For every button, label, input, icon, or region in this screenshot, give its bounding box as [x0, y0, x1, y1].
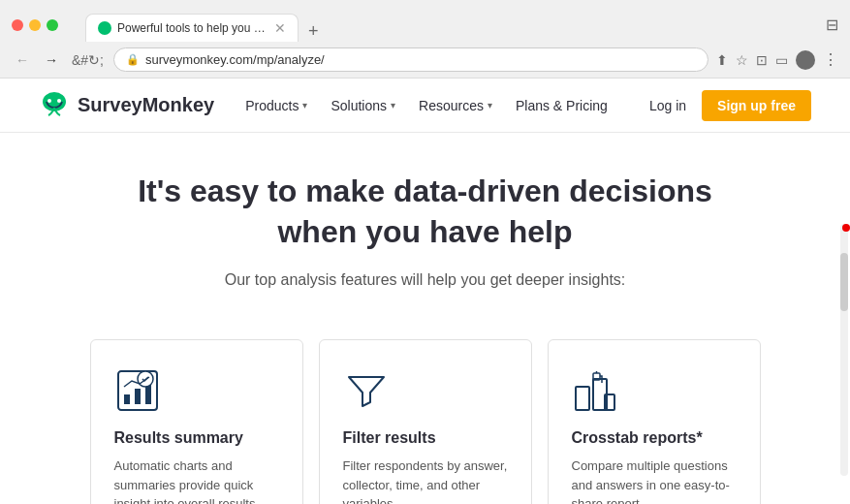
login-button[interactable]: Log in: [649, 98, 686, 113]
feature-cards: Results summary Automatic charts and sum…: [0, 316, 850, 504]
card-crosstab-reports-title: Crosstab reports*: [572, 429, 737, 447]
browser-actions: ⬆ ☆ ⊡ ▭ ⋮: [716, 50, 838, 70]
forward-button[interactable]: →: [41, 50, 62, 70]
address-bar[interactable]: 🔒 surveymonkey.com/mp/analyze/: [113, 47, 708, 72]
svg-point-1: [47, 99, 51, 103]
results-summary-icon: [114, 367, 161, 414]
main-nav: SurveyMonkey Products ▾ Solutions ▾ Reso…: [0, 79, 850, 133]
nav-items: Products ▾ Solutions ▾ Resources ▾ Plans…: [245, 94, 649, 117]
scrollbar-track: [840, 224, 848, 476]
scrollbar-thumb[interactable]: [840, 253, 848, 311]
card-crosstab-reports: Crosstab reports* Compare multiple quest…: [548, 339, 761, 504]
browser-menu-button[interactable]: ⋮: [823, 50, 838, 69]
svg-rect-5: [135, 389, 141, 404]
dot-yellow[interactable]: [29, 19, 41, 31]
hero-title: It's easy to make data-driven decisions …: [19, 172, 831, 252]
new-tab-button[interactable]: +: [302, 21, 325, 42]
share-button[interactable]: ⬆: [716, 52, 728, 68]
back-button[interactable]: ←: [12, 50, 33, 70]
browser-tab-bar: Powerful tools to help you ana... ✕ +: [74, 8, 336, 42]
reading-mode-button[interactable]: ⊡: [756, 52, 768, 68]
refresh-button[interactable]: &#↻;: [70, 50, 106, 70]
card-filter-results-desc: Filter respondents by answer, collector,…: [343, 457, 508, 504]
dot-green[interactable]: [47, 19, 58, 31]
bookmark-button[interactable]: ☆: [736, 52, 748, 68]
chevron-down-icon: ▾: [488, 100, 492, 110]
nav-resources[interactable]: Resources ▾: [419, 94, 492, 117]
chevron-down-icon: ▾: [302, 100, 307, 110]
browser-titlebar: Powerful tools to help you ana... ✕ + ⊟: [0, 0, 850, 42]
svg-rect-8: [576, 387, 589, 410]
browser-chrome: Powerful tools to help you ana... ✕ + ⊟ …: [0, 0, 850, 79]
hero-subtitle: Our top analysis features will help you …: [19, 271, 831, 289]
browser-minimize[interactable]: ⊟: [826, 16, 838, 34]
card-results-summary: Results summary Automatic charts and sum…: [90, 339, 303, 504]
chevron-down-icon: ▾: [391, 100, 395, 110]
card-crosstab-reports-desc: Compare multiple questions and answers i…: [572, 457, 737, 504]
lock-icon: 🔒: [126, 53, 140, 66]
svg-rect-6: [145, 385, 151, 404]
nav-products[interactable]: Products ▾: [245, 94, 307, 117]
nav-plans-pricing[interactable]: Plans & Pricing: [516, 98, 608, 113]
sidebar-button[interactable]: ▭: [775, 52, 788, 68]
address-text: surveymonkey.com/mp/analyze/: [145, 52, 325, 67]
card-results-summary-title: Results summary: [114, 429, 279, 447]
logo-text: SurveyMonkey: [78, 94, 214, 116]
tab-close-button[interactable]: ✕: [274, 20, 286, 36]
filter-results-icon: [343, 367, 390, 414]
browser-tab-active[interactable]: Powerful tools to help you ana... ✕: [85, 14, 299, 42]
logo[interactable]: SurveyMonkey: [39, 92, 214, 119]
browser-toolbar: ← → &#↻; 🔒 surveymonkey.com/mp/analyze/ …: [0, 42, 850, 78]
tab-favicon: [98, 21, 111, 35]
profile-avatar[interactable]: [796, 50, 815, 70]
svg-rect-4: [124, 394, 130, 404]
dot-red[interactable]: [12, 19, 23, 31]
logo-icon: [39, 92, 70, 119]
card-filter-results: Filter results Filter respondents by ans…: [319, 339, 532, 504]
signup-button[interactable]: Sign up free: [702, 90, 811, 121]
card-filter-results-title: Filter results: [343, 429, 508, 447]
svg-point-2: [57, 99, 61, 103]
tab-title: Powerful tools to help you ana...: [117, 21, 268, 35]
hero-section: It's easy to make data-driven decisions …: [0, 133, 850, 316]
card-results-summary-desc: Automatic charts and summaries provide q…: [114, 457, 279, 504]
crosstab-reports-icon: [572, 367, 618, 414]
website-content: SurveyMonkey Products ▾ Solutions ▾ Reso…: [0, 79, 850, 504]
scroll-indicator: [842, 224, 850, 232]
browser-dots: [12, 19, 58, 31]
nav-right: Log in Sign up free: [649, 90, 811, 121]
nav-solutions[interactable]: Solutions ▾: [331, 94, 395, 117]
